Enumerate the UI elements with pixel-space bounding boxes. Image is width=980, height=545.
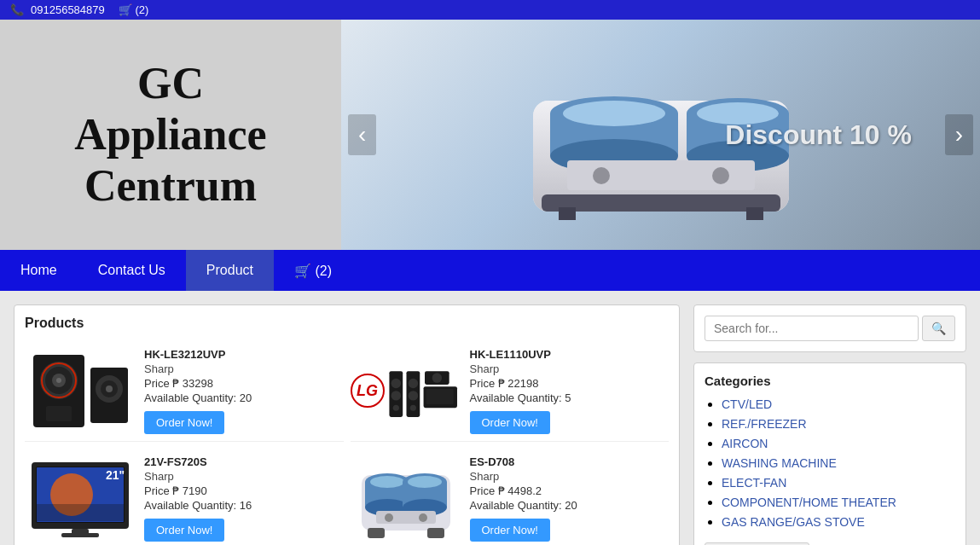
svg-point-51 — [370, 476, 404, 488]
phone-number: 091256584879 — [31, 3, 105, 16]
svg-point-26 — [106, 386, 113, 392]
product-qty: Available Quantity: 16 — [144, 499, 344, 512]
product-image-4 — [351, 455, 461, 541]
products-grid: HK-LE3212UVP Sharp Price ₱ 33298 Availab… — [25, 341, 669, 545]
categories-title: Categories — [705, 374, 955, 388]
list-item: REF./FREEZER — [722, 416, 955, 432]
header: GC Appliance Centrum — [0, 20, 980, 250]
product-price: Price ₱ 22198 — [470, 377, 670, 390]
product-info-1: HK-LE3212UVP Sharp Price ₱ 33298 Availab… — [144, 348, 344, 434]
category-link-ctvled[interactable]: CTV/LED — [722, 397, 772, 411]
svg-rect-10 — [542, 194, 780, 212]
order-button-4[interactable]: Order Now! — [470, 519, 550, 542]
product-model: 21V-FS720S — [144, 455, 344, 468]
product-item: ES-D708 Sharp Price ₱ 4498.2 Available Q… — [351, 449, 670, 545]
products-title: Products — [25, 316, 669, 331]
product-model: HK-LE1110UVP — [470, 348, 670, 361]
cart-icon: 🛒 — [119, 3, 132, 16]
product-brand: Sharp — [470, 470, 670, 483]
svg-point-29 — [391, 391, 400, 400]
list-item: CTV/LED — [722, 397, 955, 412]
nav-product[interactable]: Product — [186, 250, 274, 291]
list-item: WASHING MACHINE — [722, 455, 955, 471]
banner-image: Discount 10 % — [341, 20, 980, 250]
product-qty: Available Quantity: 20 — [144, 391, 344, 404]
product-qty: Available Quantity: 5 — [470, 391, 670, 404]
banner-discount-text: Discount 10 % — [725, 119, 912, 151]
category-link-gas[interactable]: GAS RANGE/GAS STOVE — [722, 515, 865, 529]
svg-point-15 — [712, 167, 729, 184]
search-button[interactable]: 🔍 — [922, 316, 955, 341]
cart-count: (2) — [135, 3, 148, 16]
product-item: 21" 21V-FS720S Sharp Price ₱ 7190 Availa… — [25, 449, 344, 545]
svg-point-55 — [408, 476, 442, 488]
list-item: COMPONENT/HOME THEATER — [722, 495, 955, 510]
product-brand: Sharp — [144, 362, 344, 375]
banner-prev-button[interactable]: ‹ — [348, 114, 376, 155]
order-button-3[interactable]: Order Now! — [144, 519, 224, 542]
categories-box: Categories CTV/LED REF./FREEZER AIRCON W… — [693, 362, 966, 545]
list-item: GAS RANGE/GAS STOVE — [722, 514, 955, 530]
svg-rect-57 — [427, 528, 444, 538]
nav-cart[interactable]: 🛒 (2) — [274, 250, 352, 291]
svg-rect-56 — [368, 528, 385, 538]
category-link-ref[interactable]: REF./FREEZER — [722, 417, 807, 431]
product-model: ES-D708 — [470, 455, 670, 468]
category-list: CTV/LED REF./FREEZER AIRCON WASHING MACH… — [705, 397, 955, 530]
order-button-2[interactable]: Order Now! — [470, 411, 550, 434]
navbar: Home Contact Us Product 🛒 (2) — [0, 250, 980, 291]
list-item: AIRCON — [722, 436, 955, 451]
cart-link[interactable]: 🛒 (2) — [119, 3, 149, 16]
svg-rect-22 — [46, 406, 72, 421]
nav-home[interactable]: Home — [0, 250, 78, 291]
order-button-1[interactable]: Order Now! — [144, 411, 224, 434]
svg-rect-12 — [746, 207, 763, 220]
svg-rect-11 — [559, 207, 576, 220]
product-brand: Sharp — [144, 470, 344, 483]
product-price: Price ₱ 33298 — [144, 377, 344, 390]
sidebar: 🔍 Categories CTV/LED REF./FREEZER AIRCON… — [693, 304, 966, 545]
product-model: HK-LE3212UVP — [144, 348, 344, 361]
product-item: LG — [351, 341, 670, 442]
logo-area: GC Appliance Centrum — [0, 20, 341, 250]
category-link-fan[interactable]: ELECT-FAN — [722, 476, 786, 490]
products-panel: Products — [14, 304, 680, 545]
product-image-2: LG — [351, 348, 461, 433]
product-brand: Sharp — [470, 362, 670, 375]
svg-point-32 — [408, 378, 417, 387]
product-info-3: 21V-FS720S Sharp Price ₱ 7190 Available … — [144, 455, 344, 542]
product-image-3: 21" — [25, 455, 136, 541]
product-info-4: ES-D708 Sharp Price ₱ 4498.2 Available Q… — [470, 455, 670, 542]
category-link-washing[interactable]: WASHING MACHINE — [722, 456, 837, 470]
svg-point-33 — [408, 391, 417, 400]
product-item: HK-LE3212UVP Sharp Price ₱ 33298 Availab… — [25, 341, 344, 442]
search-input[interactable] — [705, 316, 919, 341]
category-link-theater[interactable]: COMPONENT/HOME THEATER — [722, 496, 896, 509]
svg-rect-46 — [61, 533, 99, 537]
top-bar: 📞 091256584879 🛒 (2) — [0, 0, 980, 20]
search-box: 🔍 — [693, 304, 966, 352]
product-price: Price ₱ 7190 — [144, 484, 344, 497]
svg-rect-36 — [426, 388, 453, 403]
category-link-aircon[interactable]: AIRCON — [722, 437, 768, 450]
banner-next-button[interactable]: › — [945, 114, 973, 155]
svg-point-28 — [391, 378, 400, 387]
product-info-2: HK-LE1110UVP Sharp Price ₱ 22198 Availab… — [470, 348, 670, 434]
lg-logo: LG — [351, 374, 385, 408]
svg-point-59 — [385, 513, 393, 522]
svg-point-30 — [392, 404, 398, 410]
svg-point-20 — [56, 378, 61, 383]
svg-point-5 — [563, 101, 665, 126]
main-content: Products — [0, 291, 980, 545]
svg-rect-43 — [36, 504, 125, 521]
svg-text:21": 21" — [106, 468, 125, 482]
nav-contact[interactable]: Contact Us — [78, 250, 186, 291]
svg-point-60 — [419, 513, 427, 522]
list-item: ELECT-FAN — [722, 475, 955, 490]
svg-point-38 — [432, 373, 441, 382]
banner: Discount 10 % ‹ › — [341, 20, 980, 250]
svg-point-14 — [593, 167, 610, 184]
product-image-1 — [25, 348, 136, 433]
phone-icon: 📞 — [10, 3, 24, 16]
product-price: Price ₱ 4498.2 — [470, 484, 670, 497]
